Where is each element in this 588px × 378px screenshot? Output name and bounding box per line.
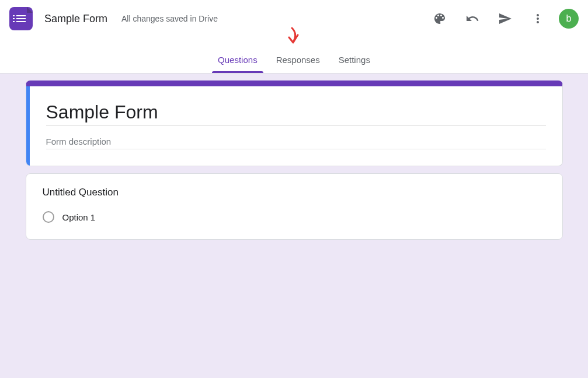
option-label[interactable]: Option 1: [62, 212, 96, 222]
palette-icon: [433, 12, 447, 26]
topbar: Sample Form All changes saved in Drive b: [0, 0, 588, 37]
canvas: Untitled Question Option 1: [0, 74, 588, 378]
tabs: Questions Responses Settings: [0, 37, 588, 74]
forms-logo-icon: [16, 15, 26, 22]
form-title-input[interactable]: [46, 99, 546, 126]
topbar-actions: b: [428, 7, 579, 30]
customize-theme-button[interactable]: [428, 7, 451, 30]
tab-settings[interactable]: Settings: [338, 49, 371, 73]
question-title[interactable]: Untitled Question: [43, 187, 546, 198]
send-button[interactable]: [493, 7, 517, 30]
undo-icon: [465, 12, 479, 26]
form-container: Untitled Question Option 1: [14, 74, 575, 270]
form-description-input[interactable]: [46, 133, 546, 149]
form-header-card[interactable]: [26, 80, 563, 166]
question-card[interactable]: Untitled Question Option 1: [26, 173, 563, 240]
save-status: All changes saved in Drive: [121, 14, 218, 23]
tab-responses[interactable]: Responses: [275, 49, 321, 73]
tab-questions[interactable]: Questions: [217, 49, 259, 73]
option-row[interactable]: Option 1: [43, 211, 546, 223]
send-icon: [498, 12, 512, 26]
form-name[interactable]: Sample Form: [44, 13, 107, 25]
radio-icon: [43, 211, 54, 223]
more-vert-icon: [531, 12, 545, 26]
forms-logo[interactable]: [9, 7, 33, 30]
account-avatar[interactable]: b: [559, 9, 579, 29]
undo-button[interactable]: [461, 7, 484, 30]
more-button[interactable]: [526, 7, 549, 30]
